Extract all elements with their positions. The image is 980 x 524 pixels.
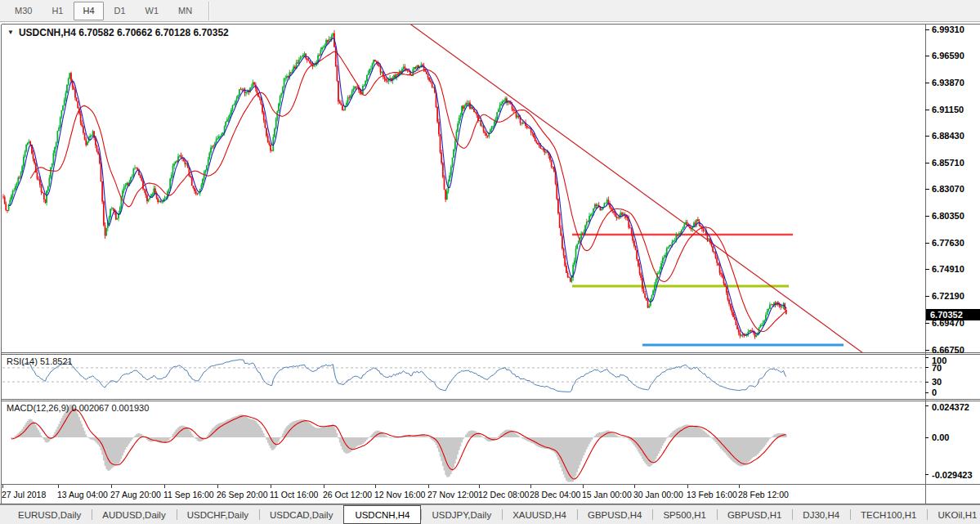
symbol-tab-usdcnh[interactable]: USDCNH,H4 xyxy=(343,505,421,524)
price-axis-tick: 6.80350 xyxy=(932,211,964,221)
macd-axis-tick: 0.024372 xyxy=(932,402,969,412)
app-window: M30H1H4D1W1MN ▼ USDCNH,H4 6.70582 6.7066… xyxy=(0,0,980,524)
time-axis-tick: 26 Sep 20:00 xyxy=(217,490,267,499)
price-axis-tick: 6.96590 xyxy=(932,51,964,60)
price-axis-tick: 6.85710 xyxy=(932,158,964,168)
rsi-axis-tick: 70 xyxy=(932,363,942,373)
time-axis-tick: 13 Feb 16:00 xyxy=(687,490,737,499)
rsi-label: RSI(14) 51.8521 xyxy=(7,356,73,366)
price-axis-tick: 6.72190 xyxy=(932,291,964,301)
symbol-tab-audusd[interactable]: AUDUSD,Daily xyxy=(92,505,176,524)
symbol-tab-gbpusd[interactable]: GBPUSD,H1 xyxy=(717,505,792,524)
time-axis-tick: 13 Aug 04:00 xyxy=(57,490,108,499)
symbol-tab-usdcad[interactable]: USDCAD,Daily xyxy=(259,505,343,524)
price-axis-tick: 6.88430 xyxy=(932,131,964,141)
time-axis-tick: 30 Jan 00:00 xyxy=(633,490,683,499)
rsi-axis-tick: 0 xyxy=(932,387,937,397)
time-axis-tick: 27 Nov 12:00 xyxy=(427,490,478,499)
price-axis-tick: 6.74910 xyxy=(932,264,964,274)
symbol-tab-usdjpy[interactable]: USDJPY,Daily xyxy=(421,505,502,524)
symbol-tab-usdchf[interactable]: USDCHF,Daily xyxy=(177,505,259,524)
price-axis-tick: 6.91150 xyxy=(932,105,964,114)
price-axis-tick: 6.69470 xyxy=(932,318,964,328)
price-axis-tick: 6.77630 xyxy=(932,238,964,248)
chart-canvas[interactable] xyxy=(0,0,980,524)
time-axis-tick: 28 Feb 12:00 xyxy=(738,490,789,499)
time-axis-tick: 28 Dec 04:00 xyxy=(530,490,580,499)
symbol-tabbar: EURUSD,DailyAUDUSD,DailyUSDCHF,DailyUSDC… xyxy=(0,504,980,524)
time-axis-tick: 11 Sep 16:00 xyxy=(163,490,214,499)
symbol-tab-ukoil[interactable]: UKOil,H1 xyxy=(927,505,980,524)
chart-title-text: USDCNH,H4 6.70582 6.70662 6.70128 6.7035… xyxy=(19,27,229,38)
symbol-tab-gbpusd[interactable]: GBPUSD,H4 xyxy=(577,505,652,524)
price-axis-tick: 6.93870 xyxy=(932,78,964,87)
time-axis-tick: 12 Dec 08:00 xyxy=(478,490,529,499)
macd-axis-tick: 0.00 xyxy=(932,432,949,442)
symbol-tabs: EURUSD,DailyAUDUSD,DailyUSDCHF,DailyUSDC… xyxy=(7,505,980,524)
time-axis-tick: 27 Aug 20:00 xyxy=(110,490,161,499)
chart-title: ▼ USDCNH,H4 6.70582 6.70662 6.70128 6.70… xyxy=(7,27,229,38)
symbol-tab-xauusd[interactable]: XAUUSD,H4 xyxy=(502,505,577,524)
price-axis-tick: 6.66750 xyxy=(932,345,964,355)
symbol-tab-eurusd[interactable]: EURUSD,Daily xyxy=(7,505,92,524)
macd-label: MACD(12,26,9) 0.002067 0.001930 xyxy=(7,403,149,413)
time-axis-tick: 15 Jan 00:00 xyxy=(582,490,632,499)
symbol-tab-tech100[interactable]: TECH100,H1 xyxy=(850,505,927,524)
symbol-tab-sp500[interactable]: SP500,H1 xyxy=(652,505,716,524)
symbol-tab-dj30[interactable]: DJ30,H4 xyxy=(792,505,850,524)
time-axis-tick: 11 Oct 16:00 xyxy=(270,490,318,499)
price-axis-tick: 6.83070 xyxy=(932,184,964,194)
time-axis-tick: 12 Nov 16:00 xyxy=(374,490,425,499)
price-axis-tick: 6.99310 xyxy=(932,25,964,34)
rsi-axis-tick: 30 xyxy=(932,377,942,387)
time-axis-tick: 27 Jul 2018 xyxy=(2,490,46,499)
macd-axis-tick: -0.029423 xyxy=(932,470,973,480)
time-axis-tick: 26 Oct 12:00 xyxy=(323,490,372,499)
chart-dropdown-icon[interactable]: ▼ xyxy=(7,29,14,36)
